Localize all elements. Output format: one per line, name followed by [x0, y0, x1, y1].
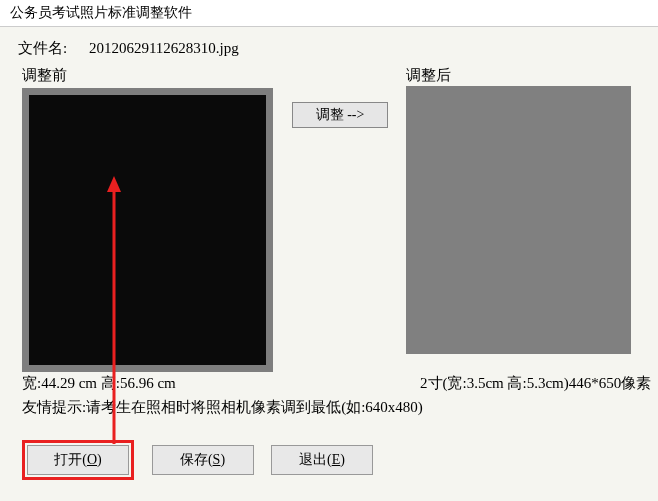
- heading-after: 调整后: [406, 66, 451, 85]
- filename-value: 20120629112628310.jpg: [89, 40, 239, 57]
- hint-text: 友情提示:请考生在照相时将照相机像素调到最低(如:640x480): [22, 398, 423, 417]
- exit-button[interactable]: 退出(E): [271, 445, 373, 475]
- adjust-button[interactable]: 调整 -->: [292, 102, 388, 128]
- window-titlebar: 公务员考试照片标准调整软件: [0, 0, 658, 27]
- image-preview-before: [22, 88, 273, 372]
- dimensions-before: 宽:44.29 cm 高:56.96 cm: [22, 374, 176, 393]
- image-preview-after: [406, 86, 631, 354]
- open-button-highlight: 打开(O): [22, 440, 134, 480]
- save-button[interactable]: 保存(S): [152, 445, 254, 475]
- filename-row: 文件名: 20120629112628310.jpg: [0, 27, 658, 66]
- dimensions-after: 2寸(宽:3.5cm 高:5.3cm)446*650像素: [420, 374, 651, 393]
- filename-label: 文件名:: [18, 39, 67, 58]
- open-button[interactable]: 打开(O): [27, 445, 129, 475]
- button-row: 打开(O) 保存(S) 退出(E): [22, 440, 387, 480]
- heading-before: 调整前: [22, 66, 67, 85]
- window-title: 公务员考试照片标准调整软件: [10, 5, 192, 20]
